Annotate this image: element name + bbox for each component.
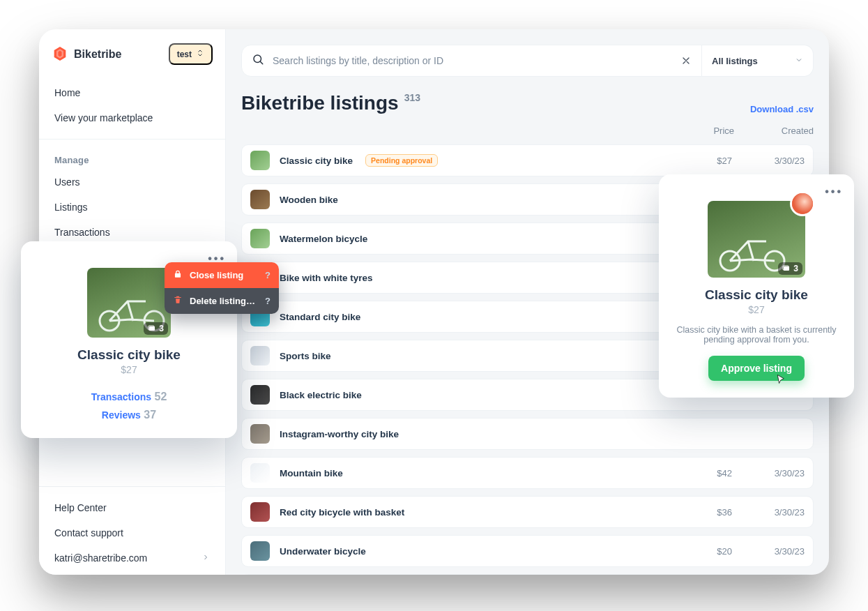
listing-created: 3/30/23 xyxy=(742,546,805,557)
approve-listing-card: ••• 3 Classic city bike $27 Classic city… xyxy=(659,174,854,398)
listing-thumbnail xyxy=(250,151,270,170)
sidebar-item-label: Contact support xyxy=(54,527,123,538)
brand-name: Biketribe xyxy=(74,48,121,61)
listing-title: Black electric bike xyxy=(280,390,362,400)
reviews-link[interactable]: Reviews xyxy=(102,409,141,421)
listing-photo: 3 xyxy=(87,268,171,338)
sidebar-item-label: Help Center xyxy=(54,502,107,513)
listing-created: 3/30/23 xyxy=(742,468,805,478)
svg-point-0 xyxy=(254,55,261,63)
listing-title: Classic city bike xyxy=(32,347,226,363)
sidebar-item[interactable]: Help Center xyxy=(39,495,225,520)
listing-photo: 3 xyxy=(708,201,805,278)
listing-thumbnail xyxy=(250,346,270,365)
transactions-count: 52 xyxy=(155,391,167,402)
search-clear[interactable] xyxy=(680,55,692,66)
listing-thumbnail xyxy=(250,541,270,561)
sidebar-item-label: Transactions xyxy=(54,227,110,238)
listing-price: $27 xyxy=(32,364,226,375)
approve-listing-button[interactable]: Approve listing xyxy=(708,356,805,381)
brand: Biketribe xyxy=(53,47,121,62)
listing-actions-popover: Close listing ? Delete listing… ? xyxy=(165,262,279,314)
listing-title: Bike with white tyres xyxy=(280,273,373,283)
listing-price: $42 xyxy=(687,468,732,478)
photo-count-badge: 3 xyxy=(144,322,168,335)
listing-count: 313 xyxy=(404,92,420,103)
table-row[interactable]: Classic city bikePending approval$273/30… xyxy=(241,144,814,176)
sidebar-item[interactable]: katri@sharetribe.com xyxy=(39,545,225,571)
listing-title: Classic city bike xyxy=(280,156,353,166)
env-badge-label: test xyxy=(177,50,192,59)
listing-thumbnail xyxy=(250,190,270,209)
sidebar-item-label: Home xyxy=(54,87,80,98)
search-icon xyxy=(252,53,264,68)
trash-icon xyxy=(173,295,183,307)
page-title: Biketribe listings xyxy=(241,92,399,114)
listing-title: Classic city bike xyxy=(670,287,843,303)
search-box[interactable] xyxy=(241,45,702,77)
chevron-right-icon xyxy=(201,552,210,564)
sidebar-item[interactable]: Contact support xyxy=(39,520,225,545)
listing-title: Red city bicycle with basket xyxy=(280,507,404,518)
sidebar-item[interactable]: View your marketplace xyxy=(39,105,225,130)
help-icon[interactable]: ? xyxy=(265,270,271,280)
swap-icon xyxy=(196,49,204,59)
listing-created: 3/30/23 xyxy=(742,156,805,166)
table-row[interactable]: Instagram-worthy city bike xyxy=(241,418,814,450)
col-created: Created xyxy=(751,126,814,136)
table-row[interactable]: Mountain bike$423/30/23 xyxy=(241,457,814,489)
listing-title: Watermelon bicycle xyxy=(280,234,367,244)
listing-title: Standard city bike xyxy=(280,312,360,322)
photo-count-badge: 3 xyxy=(778,262,802,275)
listing-filter[interactable]: All listings xyxy=(702,45,814,77)
listing-thumbnail xyxy=(250,463,270,483)
sidebar-item-label: Users xyxy=(54,176,80,188)
listing-price: $20 xyxy=(687,546,732,557)
listing-price: $36 xyxy=(687,507,732,518)
chevron-down-icon xyxy=(795,56,803,66)
listing-thumbnail xyxy=(250,229,270,248)
sidebar-item-label: View your marketplace xyxy=(54,112,153,123)
help-icon[interactable]: ? xyxy=(265,296,271,306)
sidebar-section-manage: Manage xyxy=(54,155,210,165)
listing-thumbnail xyxy=(250,424,270,444)
table-header: Price Created xyxy=(226,117,829,140)
listing-filter-label: All listings xyxy=(712,56,758,66)
download-csv-link[interactable]: Download .csv xyxy=(750,104,814,114)
col-price: Price xyxy=(690,126,734,136)
sidebar-item[interactable]: Home xyxy=(39,80,225,105)
listing-thumbnail xyxy=(250,502,270,522)
lock-icon xyxy=(173,269,183,281)
more-icon[interactable]: ••• xyxy=(670,186,843,198)
listing-title: Wooden bike xyxy=(280,195,338,205)
reviews-count: 37 xyxy=(144,409,156,421)
listing-created: 3/30/23 xyxy=(742,507,805,518)
owner-avatar xyxy=(790,191,815,216)
brand-logo-icon xyxy=(53,47,67,62)
transactions-link[interactable]: Transactions xyxy=(91,391,151,402)
listing-price: $27 xyxy=(687,156,732,166)
delete-listing-action[interactable]: Delete listing… ? xyxy=(165,288,279,314)
status-badge: Pending approval xyxy=(365,154,438,167)
sidebar-item[interactable]: Users xyxy=(39,169,225,195)
close-listing-action[interactable]: Close listing ? xyxy=(165,262,279,288)
table-row[interactable]: Red city bicycle with basket$363/30/23 xyxy=(241,496,814,528)
search-input[interactable] xyxy=(271,54,673,67)
env-badge[interactable]: test xyxy=(169,43,213,65)
listing-title: Underwater bicycle xyxy=(280,546,366,557)
listing-title: Sports bike xyxy=(280,351,331,361)
listing-title: Mountain bike xyxy=(280,468,343,478)
listing-thumbnail xyxy=(250,385,270,405)
listing-description: Classic city bike with a basket is curre… xyxy=(670,325,843,345)
table-row[interactable]: Underwater bicycle$203/30/23 xyxy=(241,535,814,567)
sidebar-item-label: Listings xyxy=(54,202,87,213)
sidebar-item-label: katri@sharetribe.com xyxy=(54,552,147,564)
listing-title: Instagram-worthy city bike xyxy=(280,429,399,439)
sidebar-item[interactable]: Listings xyxy=(39,195,225,220)
listing-price: $27 xyxy=(670,304,843,315)
cursor-icon xyxy=(774,374,786,386)
table-row[interactable]: Vintage bike$253/29/23 xyxy=(241,574,814,575)
